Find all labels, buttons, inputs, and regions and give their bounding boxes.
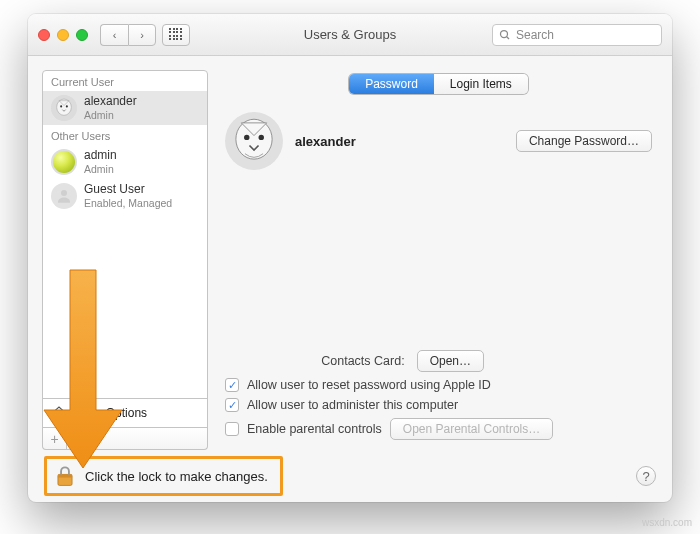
back-button[interactable]: ‹	[100, 24, 128, 46]
main-panel: Password Login Items alexander Change Pa…	[219, 70, 658, 450]
lock-text: Click the lock to make changes.	[85, 469, 268, 484]
parental-controls-row: ✓ Enable parental controls Open Parental…	[225, 418, 652, 440]
svg-point-6	[66, 105, 68, 107]
allow-admin-label: Allow user to administer this computer	[247, 398, 458, 412]
user-list: Current User alexander Admin Other Users…	[42, 70, 208, 399]
show-all-button[interactable]	[162, 24, 190, 46]
open-parental-controls-button[interactable]: Open Parental Controls…	[390, 418, 553, 440]
svg-point-11	[244, 135, 249, 140]
avatar-icon	[51, 95, 77, 121]
close-window-button[interactable]	[38, 29, 50, 41]
svg-point-0	[501, 30, 508, 37]
contacts-card-row: Contacts Card: Open…	[225, 350, 652, 372]
tab-bar: Password Login Items	[349, 74, 528, 94]
username-display: alexander	[295, 134, 356, 149]
window-controls	[38, 29, 88, 41]
preferences-window: ‹ › Users & Groups Search C	[28, 14, 672, 502]
footer: Click the lock to make changes. ?	[28, 450, 672, 502]
sidebar-user-admin[interactable]: admin Admin	[43, 145, 207, 179]
forward-button[interactable]: ›	[128, 24, 156, 46]
tab-login-items[interactable]: Login Items	[434, 74, 528, 94]
plus-icon: +	[50, 431, 58, 447]
add-remove-toolbar: + −	[42, 428, 208, 450]
login-options-label: Login Options	[73, 406, 147, 420]
sidebar-user-current[interactable]: alexander Admin	[43, 91, 207, 125]
svg-point-7	[61, 190, 67, 196]
chevron-left-icon: ‹	[113, 29, 117, 41]
lock-icon[interactable]	[55, 465, 75, 487]
allow-reset-row: ✓ Allow user to reset password using App…	[225, 378, 652, 392]
minus-icon: −	[74, 431, 82, 447]
allow-reset-label: Allow user to reset password using Apple…	[247, 378, 491, 392]
help-button[interactable]: ?	[636, 466, 656, 486]
user-name: alexander	[84, 95, 137, 108]
parental-controls-checkbox[interactable]: ✓	[225, 422, 239, 436]
user-role: Admin	[84, 163, 117, 175]
user-role: Enabled, Managed	[84, 197, 172, 209]
other-users-section-label: Other Users	[43, 125, 207, 145]
search-icon	[499, 29, 511, 41]
help-icon: ?	[642, 469, 649, 484]
svg-rect-14	[58, 474, 72, 477]
sidebar-user-guest[interactable]: Guest User Enabled, Managed	[43, 179, 207, 213]
search-field[interactable]: Search	[492, 24, 662, 46]
sidebar: Current User alexander Admin Other Users…	[42, 70, 208, 450]
user-role: Admin	[84, 109, 137, 121]
lock-callout: Click the lock to make changes.	[44, 456, 283, 496]
content-area: Current User alexander Admin Other Users…	[28, 56, 672, 450]
house-icon	[51, 405, 67, 421]
svg-point-5	[60, 105, 62, 107]
contacts-card-label: Contacts Card:	[225, 354, 405, 368]
minimize-window-button[interactable]	[57, 29, 69, 41]
search-placeholder: Search	[516, 28, 554, 42]
open-contacts-button[interactable]: Open…	[417, 350, 484, 372]
guest-avatar-icon	[51, 183, 77, 209]
login-options-button[interactable]: Login Options	[42, 398, 208, 428]
zoom-window-button[interactable]	[76, 29, 88, 41]
current-user-section-label: Current User	[43, 71, 207, 91]
change-password-button[interactable]: Change Password…	[516, 130, 652, 152]
toolbar-spacer	[91, 428, 207, 449]
user-name: admin	[84, 149, 117, 162]
svg-point-12	[259, 135, 264, 140]
grid-icon	[169, 28, 183, 42]
svg-line-1	[507, 36, 510, 39]
user-settings-form: Contacts Card: Open… ✓ Allow user to res…	[219, 344, 658, 450]
user-header: alexander Change Password…	[219, 112, 658, 170]
user-avatar[interactable]	[225, 112, 283, 170]
watermark: wsxdn.com	[642, 517, 692, 528]
titlebar: ‹ › Users & Groups Search	[28, 14, 672, 56]
allow-admin-row: ✓ Allow user to administer this computer	[225, 398, 652, 412]
chevron-right-icon: ›	[140, 29, 144, 41]
add-user-button[interactable]: +	[43, 428, 67, 449]
allow-reset-checkbox[interactable]: ✓	[225, 378, 239, 392]
tab-password[interactable]: Password	[349, 74, 434, 94]
user-name: Guest User	[84, 183, 172, 196]
remove-user-button[interactable]: −	[67, 428, 91, 449]
allow-admin-checkbox[interactable]: ✓	[225, 398, 239, 412]
nav-back-forward: ‹ ›	[100, 24, 156, 46]
avatar-icon	[51, 149, 77, 175]
parental-controls-label: Enable parental controls	[247, 422, 382, 436]
